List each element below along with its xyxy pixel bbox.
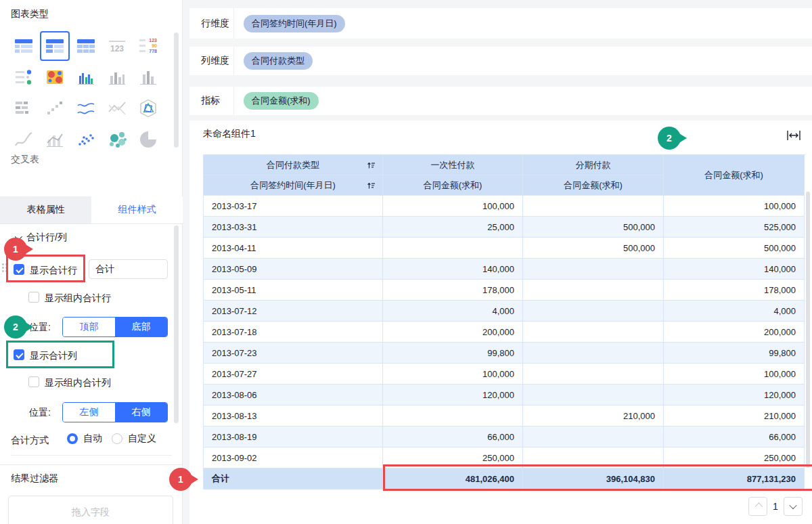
table-cell-installment: [523, 322, 664, 343]
show-total-row-checkbox[interactable]: [14, 264, 24, 275]
filter-drop-zone[interactable]: 拖入字段: [8, 496, 173, 524]
metric-field-pill[interactable]: 合同金额(求和): [244, 92, 319, 110]
chart-type-grid-table-icon[interactable]: [71, 31, 101, 61]
chart-type-progress-steps-icon[interactable]: [40, 93, 70, 123]
table-cell-once-payment: 200,000: [383, 322, 523, 343]
row-dimension-bar: 行维度 合同签约时间(年月日): [189, 8, 812, 39]
radio-label: 自动: [83, 433, 102, 445]
total-row-name-input[interactable]: 合计: [89, 259, 168, 279]
col-dimension-bar: 列维度 合同付款类型: [189, 47, 812, 75]
table-cell-total-col: 500,000: [664, 238, 805, 259]
table-cell-once-payment: 4,000: [383, 301, 523, 322]
divider: [0, 464, 183, 465]
sort-icon[interactable]: [367, 160, 376, 169]
col-dimension-field-pill[interactable]: 合同付款类型: [244, 52, 313, 70]
chart-type-area-chart-icon[interactable]: [102, 93, 132, 123]
chart-type-bar-chart-icon[interactable]: [102, 62, 132, 92]
chart-config-sidebar: 图表类型 12312390778 交叉表 表格属性 组件样式 合计行/列 显示合…: [0, 0, 183, 524]
chart-type-pie-chart-icon[interactable]: [133, 125, 163, 154]
tab-component-style[interactable]: 组件样式: [91, 196, 183, 223]
table-cell-total-col: 178,000: [664, 280, 805, 301]
show-group-total-col-checkbox[interactable]: [28, 376, 39, 387]
chart-type-combo-chart-icon[interactable]: [40, 125, 70, 154]
table-cell-once-payment: 250,000: [383, 447, 523, 468]
total-row-installment: 396,104,830: [523, 468, 664, 489]
total-row-label: 合计: [204, 468, 383, 489]
table-cell-once-payment: 100,000: [383, 364, 523, 385]
drag-handle[interactable]: [2, 263, 7, 274]
page-number: 1: [769, 501, 782, 512]
header-col-dimension: 合同付款类型: [204, 155, 383, 175]
page-up-button[interactable]: [748, 497, 767, 516]
total-row-col-section-header[interactable]: 合计行/列: [15, 232, 67, 244]
chevron-down-icon: [15, 233, 22, 240]
page-down-button[interactable]: [784, 497, 803, 516]
radio-unselected-icon[interactable]: [112, 433, 122, 444]
table-row-date: 2013-08-06: [204, 385, 383, 406]
table-scrollbar-thumb[interactable]: [806, 192, 810, 468]
table-cell-total-col: 140,000: [664, 259, 805, 280]
table-row-date: 2013-03-17: [204, 196, 383, 217]
drop-zone-placeholder: 拖入字段: [72, 506, 110, 524]
header-measure: 合同金额(求和): [523, 175, 664, 196]
svg-text:123: 123: [149, 38, 157, 43]
header-total-column: 合同金额(求和): [664, 155, 805, 196]
show-group-total-col-label: 显示组内合计列: [45, 377, 111, 389]
table-cell-installment: [523, 196, 664, 217]
sidebar-scrollbar-thumb[interactable]: [174, 32, 179, 148]
total-method-label: 合计方式: [11, 435, 49, 447]
position-option-unselected[interactable]: 顶部: [63, 318, 115, 336]
chart-type-scatter-chart-icon[interactable]: [71, 125, 101, 154]
table-cell-once-payment: 140,000: [383, 259, 523, 280]
chart-type-horizontal-bar-icon[interactable]: [9, 93, 39, 123]
row-dimension-field-pill[interactable]: 合同签约时间(年月日): [244, 15, 345, 32]
total-method-option[interactable]: 自动: [67, 433, 102, 445]
table-cell-installment: [523, 447, 664, 468]
sort-icon[interactable]: [367, 181, 376, 190]
chart-type-detail-table-icon[interactable]: [9, 31, 39, 61]
table-cell-total-col: 210,000: [664, 406, 805, 427]
tab-table-properties[interactable]: 表格属性: [0, 196, 91, 223]
position-option-unselected[interactable]: 左侧: [63, 403, 115, 422]
position-option-selected[interactable]: 右侧: [115, 403, 167, 422]
chart-type-line-chart-icon[interactable]: [71, 93, 101, 123]
chart-type-cross-table-icon[interactable]: [40, 31, 70, 61]
table-cell-once-payment: 100,000: [383, 196, 523, 217]
table-cell-total-col: 66,000: [664, 427, 805, 447]
chart-type-title: 图表类型: [11, 8, 49, 20]
chart-type-column-chart-icon[interactable]: [133, 62, 163, 92]
table-cell-total-col: 120,000: [664, 385, 805, 406]
chart-type-number-card-icon[interactable]: 123: [102, 31, 132, 61]
show-total-col-checkbox[interactable]: [14, 349, 24, 360]
chart-type-grid: 12312390778: [9, 31, 164, 156]
table-cell-total-col: 200,000: [664, 322, 805, 343]
table-cell-total-col: 250,000: [664, 447, 805, 468]
table-row-date: 2013-07-18: [204, 322, 383, 343]
table-cell-total-col: 99,800: [664, 343, 805, 364]
chart-type-radar-chart-icon[interactable]: [133, 93, 163, 123]
sidebar-scrollbar-thumb[interactable]: [174, 225, 179, 423]
header-col-group: 一次性付款: [383, 155, 523, 175]
table-row-date: 2013-03-31: [204, 217, 383, 238]
position-option-selected[interactable]: 底部: [115, 318, 167, 336]
chart-type-heatmap-icon[interactable]: [40, 62, 70, 92]
table-row-date: 2013-07-23: [204, 343, 383, 364]
chart-type-indicator-icon[interactable]: [9, 62, 39, 92]
chart-type-bubble-chart-icon[interactable]: [102, 125, 132, 154]
total-col-position-toggle: 左侧右侧: [62, 402, 168, 422]
table-cell-installment: [523, 280, 664, 301]
table-cell-installment: 500,000: [523, 217, 664, 238]
total-method-option[interactable]: 自定义: [112, 433, 156, 445]
chart-type-kpi-card-icon[interactable]: 12390778: [133, 31, 163, 61]
chart-type-curve-chart-icon[interactable]: [9, 125, 39, 154]
radio-selected-icon[interactable]: [67, 433, 78, 444]
show-group-total-row-checkbox[interactable]: [28, 292, 39, 303]
chart-type-grouped-bar-icon[interactable]: [71, 62, 101, 92]
table-cell-total-col: 525,000: [664, 217, 805, 238]
divider: [11, 455, 172, 456]
table-cell-total-col: 4,000: [664, 301, 805, 322]
show-group-total-row-label: 显示组内合计行: [45, 292, 111, 305]
header-col-group: 分期付款: [523, 155, 664, 175]
col-dimension-label: 列维度: [189, 47, 234, 75]
fit-width-icon[interactable]: [786, 130, 801, 141]
